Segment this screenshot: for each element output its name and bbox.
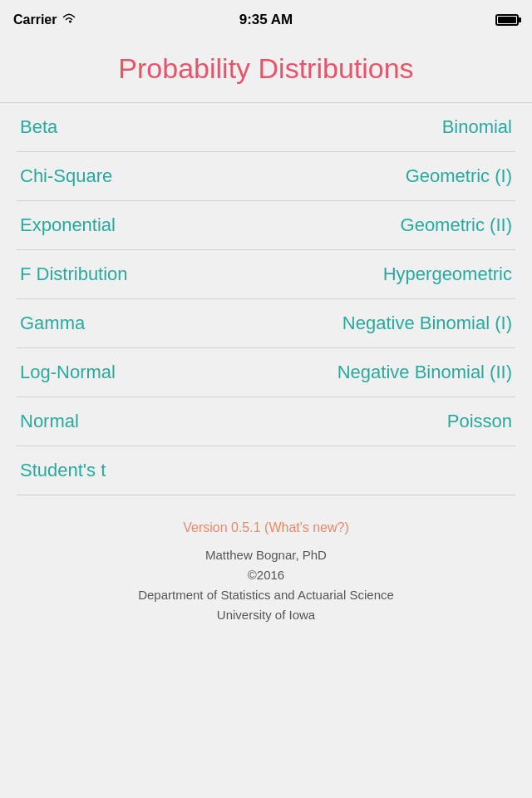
dist-label-beta: Beta xyxy=(20,116,57,137)
dist-label-students-t: Student's t xyxy=(20,460,106,480)
dist-label-chi-square: Chi-Square xyxy=(20,165,112,186)
dist-item-placeholder xyxy=(266,446,515,495)
carrier-info: Carrier xyxy=(13,12,76,27)
dist-item-beta[interactable]: Beta xyxy=(17,103,266,152)
time-display: 9:35 AM xyxy=(239,12,293,28)
dist-label-log-normal: Log-Normal xyxy=(20,362,116,382)
dist-item-negative-binomial-i[interactable]: Negative Binomial (I) xyxy=(266,299,515,348)
distributions-grid: Beta Binomial Chi-Square Geometric (I) E… xyxy=(0,103,532,495)
wifi-icon xyxy=(62,12,76,27)
dist-label-negative-binomial-ii: Negative Binomial (II) xyxy=(337,362,512,382)
dist-item-students-t[interactable]: Student's t xyxy=(17,446,266,495)
footer-author: Matthew Bognar, PhD ©2016 Department of … xyxy=(17,545,515,625)
battery-icon xyxy=(495,14,519,26)
dist-item-geometric-ii[interactable]: Geometric (II) xyxy=(266,201,515,250)
dist-item-hypergeometric[interactable]: Hypergeometric xyxy=(266,250,515,299)
dist-item-normal[interactable]: Normal xyxy=(17,397,266,446)
dist-item-log-normal[interactable]: Log-Normal xyxy=(17,348,266,397)
dist-label-negative-binomial-i: Negative Binomial (I) xyxy=(342,313,512,333)
dist-label-geometric-i: Geometric (I) xyxy=(406,165,512,186)
carrier-label: Carrier xyxy=(13,12,57,27)
status-bar: Carrier 9:35 AM xyxy=(0,0,532,37)
dist-item-exponential[interactable]: Exponential xyxy=(17,201,266,250)
footer: Version 0.5.1 (What's new?) Matthew Bogn… xyxy=(0,520,532,625)
department-name: Department of Statistics and Actuarial S… xyxy=(17,585,515,605)
dist-label-gamma: Gamma xyxy=(20,313,85,333)
dist-item-f-distribution[interactable]: F Distribution xyxy=(17,250,266,299)
university-name: University of Iowa xyxy=(17,605,515,625)
dist-item-binomial[interactable]: Binomial xyxy=(266,103,515,152)
dist-label-exponential: Exponential xyxy=(20,214,116,235)
dist-label-poisson: Poisson xyxy=(447,411,512,431)
copyright-text: ©2016 xyxy=(17,565,515,585)
dist-item-chi-square[interactable]: Chi-Square xyxy=(17,152,266,201)
dist-label-geometric-ii: Geometric (II) xyxy=(401,214,512,235)
dist-label-hypergeometric: Hypergeometric xyxy=(383,264,512,284)
battery-fill xyxy=(498,17,516,23)
main-content: Probability Distributions Beta Binomial … xyxy=(0,37,532,625)
dist-item-poisson[interactable]: Poisson xyxy=(266,397,515,446)
battery-indicator xyxy=(495,14,519,26)
page-title: Probability Distributions xyxy=(0,45,532,102)
dist-item-geometric-i[interactable]: Geometric (I) xyxy=(266,152,515,201)
author-name: Matthew Bognar, PhD xyxy=(17,545,515,565)
version-text[interactable]: Version 0.5.1 (What's new?) xyxy=(17,520,515,535)
dist-label-binomial: Binomial xyxy=(442,116,512,137)
dist-item-negative-binomial-ii[interactable]: Negative Binomial (II) xyxy=(266,348,515,397)
dist-item-gamma[interactable]: Gamma xyxy=(17,299,266,348)
dist-label-f-distribution: F Distribution xyxy=(20,264,128,284)
dist-label-normal: Normal xyxy=(20,411,79,431)
